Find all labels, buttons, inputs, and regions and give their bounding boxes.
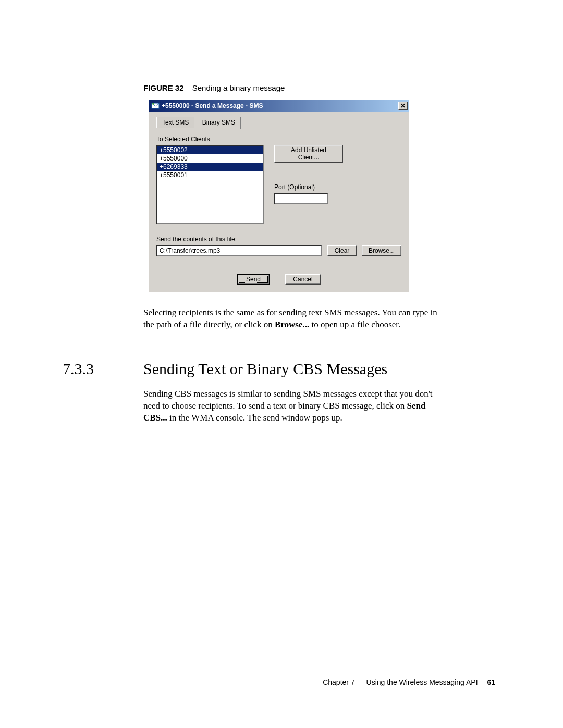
close-button[interactable]: ✕: [398, 102, 408, 110]
browse-button[interactable]: Browse...: [362, 245, 401, 256]
tab-text-sms[interactable]: Text SMS: [156, 117, 194, 128]
figure-caption: FIGURE 32 Sending a binary message: [143, 83, 500, 92]
bold-text: Browse...: [275, 319, 309, 329]
sms-dialog: +5550000 - Send a Message - SMS ✕ Text S…: [149, 100, 409, 292]
body-paragraph: Sending CBS messages is similar to sendi…: [143, 388, 440, 424]
chapter-title: Using the Wireless Messaging API: [366, 678, 478, 686]
port-label: Port (Optional): [274, 183, 343, 191]
tab-binary-sms[interactable]: Binary SMS: [197, 117, 241, 129]
section-title: Sending Text or Binary CBS Messages: [143, 360, 387, 378]
to-clients-label: To Selected Clients: [156, 135, 264, 143]
cancel-button[interactable]: Cancel: [285, 274, 321, 285]
figure-title: Sending a binary message: [192, 83, 285, 92]
list-item[interactable]: +5550001: [157, 171, 263, 179]
port-input[interactable]: [274, 193, 328, 204]
list-item[interactable]: +5550000: [157, 154, 263, 163]
dialog-title: +5550000 - Send a Message - SMS: [162, 102, 398, 109]
text: in the WMA console. The send window pops…: [167, 413, 342, 423]
list-item[interactable]: +6269333: [157, 163, 263, 171]
file-path-input[interactable]: [156, 245, 322, 256]
clear-button[interactable]: Clear: [327, 245, 357, 256]
body-paragraph: Selecting recipients is the same as for …: [143, 307, 440, 331]
titlebar: +5550000 - Send a Message - SMS ✕: [149, 100, 409, 112]
send-button[interactable]: Send: [237, 274, 270, 285]
app-icon: [151, 102, 160, 110]
page-number: 61: [487, 678, 495, 686]
figure-label: FIGURE 32: [143, 83, 184, 92]
text: to open up a file chooser.: [309, 319, 400, 329]
text: Sending CBS messages is similar to sendi…: [143, 389, 433, 411]
chapter-label: Chapter 7: [323, 678, 354, 686]
list-item[interactable]: +5550002: [157, 146, 263, 154]
add-unlisted-client-button[interactable]: Add Unlisted Client...: [274, 145, 343, 163]
clients-listbox[interactable]: +5550002 +5550000 +6269333 +5550001: [156, 145, 264, 224]
close-icon: ✕: [400, 102, 406, 109]
section-heading: 7.3.3 Sending Text or Binary CBS Message…: [63, 360, 500, 378]
file-label: Send the contents of this file:: [156, 236, 401, 243]
page-footer: Chapter 7 Using the Wireless Messaging A…: [323, 678, 495, 686]
tabs: Text SMS Binary SMS: [156, 117, 401, 128]
svg-point-1: [152, 103, 154, 105]
section-number: 7.3.3: [63, 360, 143, 378]
